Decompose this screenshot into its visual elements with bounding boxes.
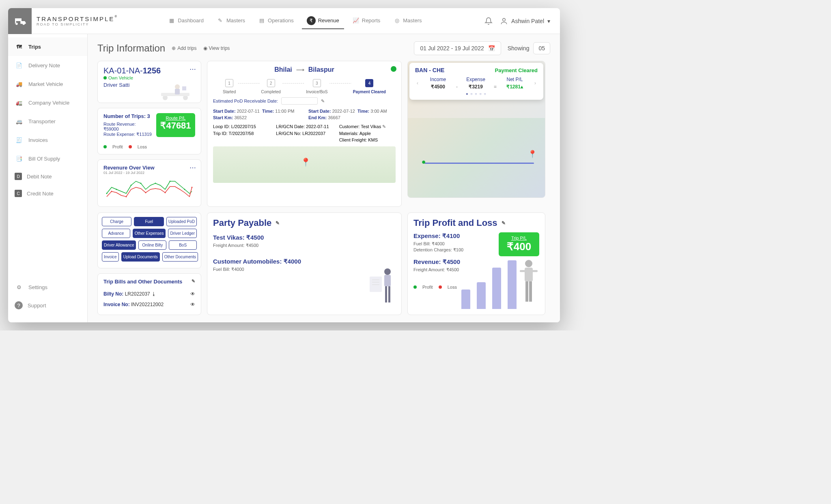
- sidebar-item-company-vehicle[interactable]: 🚛Company Vehicle: [8, 93, 87, 112]
- chip-uploaded-pod[interactable]: Uploaded PoD: [166, 217, 197, 226]
- nav-revenue[interactable]: ₹Revenue: [302, 13, 344, 29]
- view-icon[interactable]: 👁: [190, 291, 195, 297]
- sidebar-item-transporter[interactable]: 🚐Transporter: [8, 112, 87, 131]
- sidebar-item-credit-note[interactable]: CCredit Note: [8, 185, 87, 202]
- pencil-icon[interactable]: ✎: [502, 220, 506, 226]
- chip-upload-documents[interactable]: Upload Documents: [121, 252, 160, 262]
- help-icon: ?: [15, 301, 23, 309]
- note-icon: 📄: [15, 61, 24, 70]
- pencil-icon[interactable]: ✎: [192, 279, 195, 285]
- chevron-right-icon[interactable]: ›: [533, 80, 538, 86]
- chip-online-bilty[interactable]: Online Bilty: [138, 240, 166, 250]
- chip-driver-ledger[interactable]: Driver Ledger: [168, 229, 197, 238]
- view-icon[interactable]: 👁: [190, 302, 195, 307]
- pl-detention: Detention Charges: ₹100: [413, 247, 492, 253]
- finance-route: BAN - CHE: [415, 67, 444, 73]
- nav-masters-1[interactable]: ✎Masters: [212, 13, 250, 29]
- journey-card: Bhilai ⟶ Bilaspur 1Started 2Completed 3I…: [207, 61, 402, 207]
- pod-date-input[interactable]: [281, 97, 318, 105]
- pod-label: Estimated PoD Receivable Date:: [213, 99, 278, 103]
- chip-invoice[interactable]: Invoice: [102, 252, 119, 262]
- pl-legend: Profit Loss: [103, 144, 195, 149]
- sidebar-item-market-vehicle[interactable]: 🚚Market Vehicle: [8, 75, 87, 93]
- finance-summary: BAN - CHE Payment Cleared ‹ Income₹4500 …: [409, 63, 543, 100]
- calendar-icon: 📅: [488, 45, 495, 51]
- equals-sign: =: [494, 84, 497, 90]
- svg-rect-28: [525, 268, 533, 281]
- chip-bos[interactable]: BoS: [169, 240, 197, 250]
- reports-icon: 📈: [352, 17, 360, 24]
- net-value: ₹1281▴: [497, 84, 533, 90]
- chip-other-documents[interactable]: Other Documents: [162, 252, 198, 262]
- plus-icon: ⊕: [172, 45, 176, 51]
- user-menu[interactable]: Ashwin Patel ▾: [500, 17, 550, 25]
- payable-title: Party Payable: [213, 218, 271, 228]
- origin-pin-icon: ●: [422, 158, 426, 166]
- pl-expense-head: Expense: ₹4100: [413, 232, 492, 240]
- operations-icon: ▤: [258, 17, 265, 24]
- chip-fuel[interactable]: Fuel: [134, 217, 164, 226]
- route-expense: Route Expense: ₹11319: [103, 132, 152, 137]
- sidebar-item-delivery-note[interactable]: 📄Delivery Note: [8, 56, 87, 75]
- bell-icon[interactable]: [484, 17, 493, 25]
- pagination-dots[interactable]: ● ○ ○ ○ ○: [415, 92, 538, 96]
- chip-other-expenses[interactable]: Other Expenses: [133, 229, 166, 238]
- body: 🗺Trips 📄Delivery Note 🚚Market Vehicle 🚛C…: [8, 34, 560, 322]
- sidebar-item-debit-note[interactable]: DDebit Note: [8, 168, 87, 185]
- page-title: Trip Information: [97, 43, 165, 54]
- app-window: TRANSPORTSIMPLE® ROAD TO SIMPLICITY ▦Das…: [8, 8, 560, 322]
- invoice-icon: 🧾: [15, 135, 24, 144]
- svg-rect-26: [388, 286, 390, 302]
- download-icon[interactable]: ⭳: [151, 291, 156, 297]
- nav-reports[interactable]: 📈Reports: [347, 13, 385, 29]
- route-map[interactable]: ● 📍: [408, 118, 545, 197]
- svg-point-27: [525, 260, 532, 267]
- chip-charge[interactable]: Charge: [102, 217, 131, 226]
- step-completed: 2Completed: [260, 79, 282, 94]
- svg-rect-32: [529, 281, 532, 302]
- sidebar-item-invoices[interactable]: 🧾Invoices: [8, 131, 87, 149]
- vehicle-menu-icon[interactable]: ⋯: [189, 65, 196, 73]
- svg-rect-24: [384, 275, 391, 286]
- pencil-icon[interactable]: ✎: [382, 124, 386, 129]
- trip-pl-card: Trip Profit and Loss✎ Expense: ₹4100 Fue…: [407, 212, 545, 315]
- route-stats-card: Number of Trips: 3 Route Revenue: ₹59000…: [97, 108, 201, 154]
- step-invoice: 3Invoice/BoS: [304, 79, 329, 94]
- pencil-icon[interactable]: ✎: [276, 220, 280, 226]
- date-range-picker[interactable]: 01 Jul 2022 - 19 Jul 2022📅: [414, 41, 501, 55]
- journey-map[interactable]: 📍: [213, 146, 396, 183]
- svg-point-14: [111, 191, 112, 192]
- sidebar-item-bill-of-supply[interactable]: 📑Bill Of Supply: [8, 149, 87, 168]
- eye-icon: ◉: [203, 45, 207, 51]
- nav-dashboard[interactable]: ▦Dashboard: [163, 13, 209, 29]
- journey-ids: Loop ID: L/202207/15 LR/GCN Date: 2022-0…: [213, 124, 396, 142]
- chevron-left-icon[interactable]: ‹: [415, 80, 420, 86]
- action-chips-card: Charge Fuel Uploaded PoD Advance Other E…: [97, 212, 201, 268]
- showing-value[interactable]: 05: [533, 42, 550, 54]
- sidebar-item-support[interactable]: ?Support: [8, 296, 87, 314]
- docs-title: Trip Bills and Other Documents: [103, 279, 182, 285]
- sidebar-item-settings[interactable]: ⚙Settings: [8, 278, 87, 296]
- svg-point-15: [126, 196, 127, 197]
- svg-rect-6: [182, 86, 186, 90]
- net-label: Net P/L: [497, 77, 533, 82]
- revenue-menu-icon[interactable]: ⋯: [189, 164, 196, 172]
- svg-rect-31: [525, 281, 528, 302]
- nav-operations[interactable]: ▤Operations: [253, 13, 299, 29]
- top-right: Ashwin Patel ▾: [484, 17, 560, 25]
- expense-label: Expense: [458, 77, 494, 82]
- nav-masters-2[interactable]: ◎Masters: [388, 13, 426, 29]
- svg-rect-5: [175, 89, 180, 94]
- chip-advance[interactable]: Advance: [102, 229, 130, 238]
- svg-point-18: [192, 187, 193, 188]
- chip-driver-allowance[interactable]: Driver Allowance: [102, 240, 136, 250]
- svg-point-16: [145, 192, 146, 193]
- truck-check-icon: 🚛: [15, 98, 24, 107]
- sidebar-item-trips[interactable]: 🗺Trips: [8, 37, 87, 56]
- payable-sub-1: Freight Amount: ₹4500: [213, 243, 396, 248]
- pencil-icon[interactable]: ✎: [321, 99, 325, 104]
- pl-fuel: Fuel Bill: ₹4000: [413, 241, 492, 247]
- add-trips-button[interactable]: ⊕Add trips: [172, 45, 196, 51]
- income-value: ₹4500: [420, 84, 456, 90]
- view-trips-button[interactable]: ◉View trips: [203, 45, 230, 51]
